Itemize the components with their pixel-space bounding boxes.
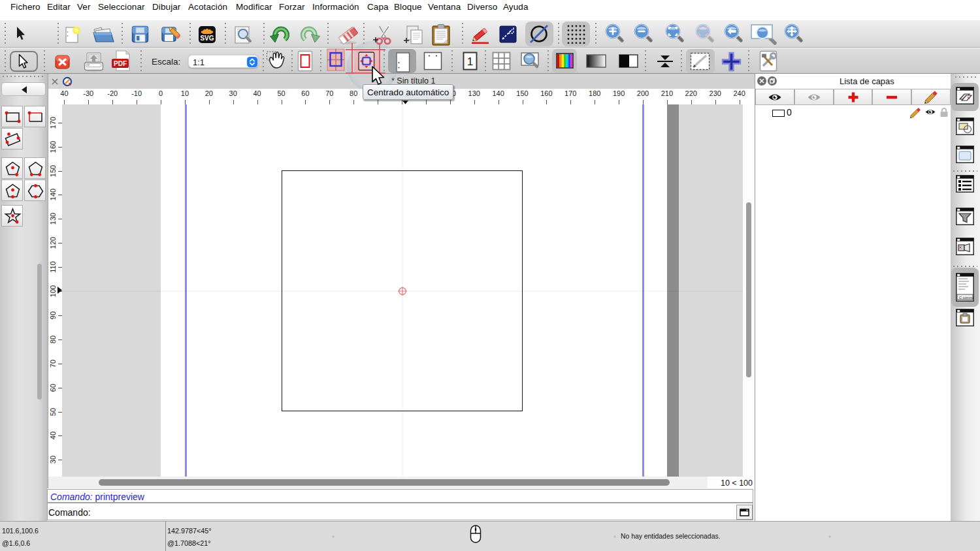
svg-text:C command: C command (959, 296, 974, 300)
svg-text:SVG: SVG (200, 35, 214, 42)
svg-text:1: 1 (467, 55, 473, 68)
svg-text:PDF: PDF (114, 60, 127, 67)
